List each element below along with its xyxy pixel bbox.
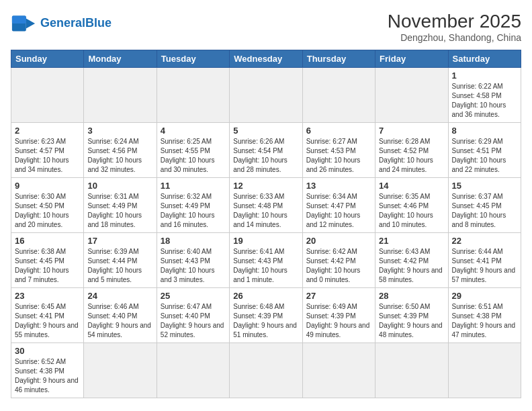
- day-info: Sunrise: 6:33 AM Sunset: 4:48 PM Dayligh…: [233, 192, 298, 230]
- logo-blue: Blue: [85, 16, 112, 30]
- day-cell: 12Sunrise: 6:33 AM Sunset: 4:48 PM Dayli…: [230, 178, 302, 233]
- weekday-header-saturday: Saturday: [448, 50, 521, 68]
- day-cell: 10Sunrise: 6:31 AM Sunset: 4:49 PM Dayli…: [84, 178, 157, 233]
- day-number: 2: [15, 126, 80, 136]
- day-info: Sunrise: 6:35 AM Sunset: 4:46 PM Dayligh…: [379, 192, 444, 230]
- day-info: Sunrise: 6:31 AM Sunset: 4:49 PM Dayligh…: [87, 192, 152, 230]
- weekday-header-monday: Monday: [84, 50, 157, 68]
- day-cell: 26Sunrise: 6:48 AM Sunset: 4:39 PM Dayli…: [230, 288, 302, 343]
- month-year: November 2025: [388, 11, 521, 32]
- day-info: Sunrise: 6:23 AM Sunset: 4:57 PM Dayligh…: [15, 137, 80, 175]
- day-cell: 8Sunrise: 6:29 AM Sunset: 4:51 PM Daylig…: [448, 123, 521, 178]
- logo-icon: [11, 11, 36, 36]
- day-info: Sunrise: 6:40 AM Sunset: 4:43 PM Dayligh…: [161, 247, 226, 285]
- day-cell: 23Sunrise: 6:45 AM Sunset: 4:41 PM Dayli…: [11, 288, 84, 343]
- day-cell: 6Sunrise: 6:27 AM Sunset: 4:53 PM Daylig…: [302, 123, 375, 178]
- day-number: 4: [161, 126, 226, 136]
- day-cell: [11, 68, 84, 123]
- day-info: Sunrise: 6:34 AM Sunset: 4:47 PM Dayligh…: [306, 192, 371, 230]
- day-info: Sunrise: 6:29 AM Sunset: 4:51 PM Dayligh…: [452, 137, 517, 175]
- day-cell: [157, 68, 229, 123]
- day-number: 29: [452, 291, 517, 301]
- day-cell: 11Sunrise: 6:32 AM Sunset: 4:49 PM Dayli…: [157, 178, 229, 233]
- day-info: Sunrise: 6:27 AM Sunset: 4:53 PM Dayligh…: [306, 137, 371, 175]
- day-number: 18: [161, 236, 226, 246]
- day-number: 8: [452, 126, 517, 136]
- day-info: Sunrise: 6:32 AM Sunset: 4:49 PM Dayligh…: [161, 192, 226, 230]
- day-cell: [84, 68, 157, 123]
- day-number: 12: [233, 181, 298, 191]
- day-info: Sunrise: 6:24 AM Sunset: 4:56 PM Dayligh…: [87, 137, 152, 175]
- day-cell: 24Sunrise: 6:46 AM Sunset: 4:40 PM Dayli…: [84, 288, 157, 343]
- logo-text: GeneralBlue: [40, 17, 112, 30]
- day-cell: 14Sunrise: 6:35 AM Sunset: 4:46 PM Dayli…: [375, 178, 448, 233]
- day-number: 6: [306, 126, 371, 136]
- day-info: Sunrise: 6:52 AM Sunset: 4:38 PM Dayligh…: [15, 357, 80, 395]
- day-number: 30: [15, 346, 80, 356]
- day-cell: 19Sunrise: 6:41 AM Sunset: 4:43 PM Dayli…: [230, 233, 302, 288]
- weekday-header-sunday: Sunday: [11, 50, 84, 68]
- day-info: Sunrise: 6:25 AM Sunset: 4:55 PM Dayligh…: [161, 137, 226, 175]
- day-cell: 18Sunrise: 6:40 AM Sunset: 4:43 PM Dayli…: [157, 233, 229, 288]
- day-cell: 16Sunrise: 6:38 AM Sunset: 4:45 PM Dayli…: [11, 233, 84, 288]
- day-number: 23: [15, 291, 80, 301]
- week-row-3: 9Sunrise: 6:30 AM Sunset: 4:50 PM Daylig…: [11, 178, 521, 233]
- day-number: 7: [379, 126, 444, 136]
- day-cell: [230, 343, 302, 398]
- day-cell: 28Sunrise: 6:50 AM Sunset: 4:39 PM Dayli…: [375, 288, 448, 343]
- day-cell: [375, 343, 448, 398]
- day-info: Sunrise: 6:39 AM Sunset: 4:44 PM Dayligh…: [87, 247, 152, 285]
- weekday-header-tuesday: Tuesday: [157, 50, 229, 68]
- weekday-header-friday: Friday: [375, 50, 448, 68]
- day-info: Sunrise: 6:37 AM Sunset: 4:45 PM Dayligh…: [452, 192, 517, 230]
- week-row-6: 30Sunrise: 6:52 AM Sunset: 4:38 PM Dayli…: [11, 343, 521, 398]
- day-info: Sunrise: 6:51 AM Sunset: 4:38 PM Dayligh…: [452, 302, 517, 340]
- day-cell: 15Sunrise: 6:37 AM Sunset: 4:45 PM Dayli…: [448, 178, 521, 233]
- day-info: Sunrise: 6:47 AM Sunset: 4:40 PM Dayligh…: [161, 302, 226, 340]
- day-info: Sunrise: 6:45 AM Sunset: 4:41 PM Dayligh…: [15, 302, 80, 340]
- location: Dengzhou, Shandong, China: [388, 32, 521, 43]
- day-number: 13: [306, 181, 371, 191]
- day-cell: 4Sunrise: 6:25 AM Sunset: 4:55 PM Daylig…: [157, 123, 229, 178]
- week-row-1: 1Sunrise: 6:22 AM Sunset: 4:58 PM Daylig…: [11, 68, 521, 123]
- weekday-header-row: SundayMondayTuesdayWednesdayThursdayFrid…: [11, 50, 521, 68]
- day-cell: 9Sunrise: 6:30 AM Sunset: 4:50 PM Daylig…: [11, 178, 84, 233]
- week-row-5: 23Sunrise: 6:45 AM Sunset: 4:41 PM Dayli…: [11, 288, 521, 343]
- day-info: Sunrise: 6:43 AM Sunset: 4:42 PM Dayligh…: [379, 247, 444, 285]
- day-cell: 27Sunrise: 6:49 AM Sunset: 4:39 PM Dayli…: [302, 288, 375, 343]
- day-number: 11: [161, 181, 226, 191]
- day-cell: 13Sunrise: 6:34 AM Sunset: 4:47 PM Dayli…: [302, 178, 375, 233]
- day-number: 10: [87, 181, 152, 191]
- logo: GeneralBlue: [11, 11, 112, 36]
- day-number: 28: [379, 291, 444, 301]
- day-info: Sunrise: 6:41 AM Sunset: 4:43 PM Dayligh…: [233, 247, 298, 285]
- weekday-header-wednesday: Wednesday: [230, 50, 302, 68]
- day-cell: [302, 343, 375, 398]
- day-number: 26: [233, 291, 298, 301]
- day-number: 1: [452, 71, 517, 81]
- day-cell: 21Sunrise: 6:43 AM Sunset: 4:42 PM Dayli…: [375, 233, 448, 288]
- title-block: November 2025 Dengzhou, Shandong, China: [388, 11, 521, 43]
- day-cell: [375, 68, 448, 123]
- day-number: 19: [233, 236, 298, 246]
- day-number: 25: [161, 291, 226, 301]
- day-number: 3: [87, 126, 152, 136]
- day-info: Sunrise: 6:44 AM Sunset: 4:41 PM Dayligh…: [452, 247, 517, 285]
- day-cell: [448, 343, 521, 398]
- day-number: 22: [452, 236, 517, 246]
- day-number: 17: [87, 236, 152, 246]
- week-row-2: 2Sunrise: 6:23 AM Sunset: 4:57 PM Daylig…: [11, 123, 521, 178]
- day-cell: 1Sunrise: 6:22 AM Sunset: 4:58 PM Daylig…: [448, 68, 521, 123]
- day-cell: 3Sunrise: 6:24 AM Sunset: 4:56 PM Daylig…: [84, 123, 157, 178]
- day-number: 9: [15, 181, 80, 191]
- day-info: Sunrise: 6:49 AM Sunset: 4:39 PM Dayligh…: [306, 302, 371, 340]
- calendar: SundayMondayTuesdayWednesdayThursdayFrid…: [11, 50, 521, 398]
- day-info: Sunrise: 6:30 AM Sunset: 4:50 PM Dayligh…: [15, 192, 80, 230]
- day-number: 15: [452, 181, 517, 191]
- day-info: Sunrise: 6:38 AM Sunset: 4:45 PM Dayligh…: [15, 247, 80, 285]
- day-info: Sunrise: 6:26 AM Sunset: 4:54 PM Dayligh…: [233, 137, 298, 175]
- day-number: 5: [233, 126, 298, 136]
- day-info: Sunrise: 6:42 AM Sunset: 4:42 PM Dayligh…: [306, 247, 371, 285]
- day-number: 14: [379, 181, 444, 191]
- day-info: Sunrise: 6:48 AM Sunset: 4:39 PM Dayligh…: [233, 302, 298, 340]
